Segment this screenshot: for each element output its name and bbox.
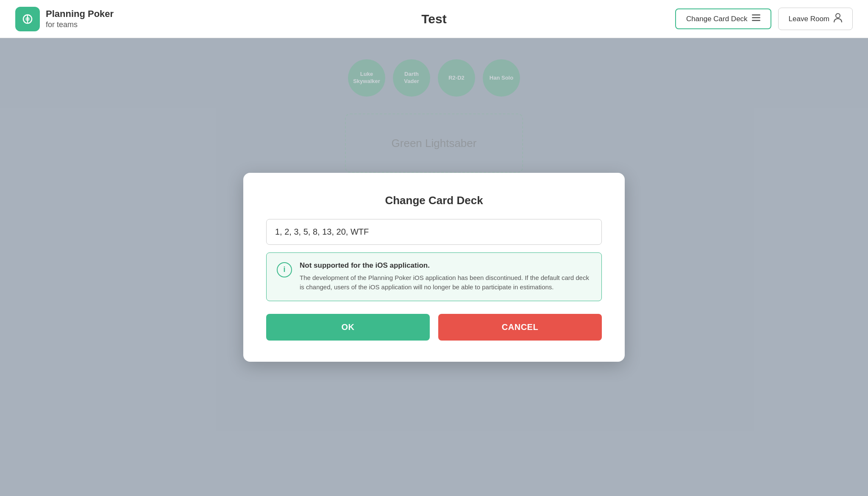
modal-buttons: OK CANCEL [266,314,602,341]
page-title: Test [421,12,446,26]
app-title: Planning Poker [46,8,114,20]
hamburger-icon [752,14,760,23]
app-logo-icon [15,7,40,31]
change-card-deck-label: Change Card Deck [686,15,748,23]
warning-title: Not supported for the iOS application. [300,261,591,270]
header: Planning Poker for teams Test Change Car… [0,0,868,38]
header-actions: Change Card Deck Leave Room [675,8,853,30]
app-subtitle: for teams [46,20,114,30]
leave-room-button[interactable]: Leave Room [778,8,853,30]
warning-text: The development of the Planning Poker iO… [300,273,591,292]
app-frame: Planning Poker for teams Test Change Car… [0,0,868,496]
svg-rect-6 [752,20,760,21]
modal-dialog: Change Card Deck i Not supported for the… [243,173,625,362]
ok-button[interactable]: OK [266,314,430,341]
warning-box: i Not supported for the iOS application.… [266,252,602,301]
logo-text: Planning Poker for teams [46,8,114,30]
logo-area: Planning Poker for teams [15,7,114,31]
svg-rect-4 [752,14,760,16]
svg-rect-5 [752,17,760,19]
modal-overlay: Change Card Deck i Not supported for the… [0,38,868,496]
card-deck-input[interactable] [266,219,602,245]
cancel-button[interactable]: CANCEL [438,314,602,341]
info-icon: i [277,262,292,277]
leave-room-label: Leave Room [789,15,829,23]
svg-point-7 [836,14,840,18]
modal-title: Change Card Deck [266,194,602,207]
warning-content: Not supported for the iOS application. T… [300,261,591,292]
main-content: LukeSkywalker DarthVader R2-D2 Han Solo … [0,38,868,496]
change-card-deck-button[interactable]: Change Card Deck [675,8,771,29]
person-icon [834,13,842,25]
